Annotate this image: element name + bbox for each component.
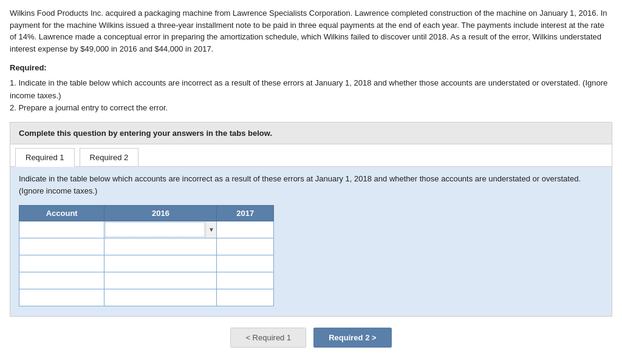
table-row xyxy=(19,272,274,289)
year2016-cell-1: ▼ xyxy=(104,221,217,238)
tab1-description: Indicate in the table below which accoun… xyxy=(19,173,603,197)
tab-required-2[interactable]: Required 2 xyxy=(80,148,139,166)
required-item-2: 2. Prepare a journal entry to correct th… xyxy=(10,102,612,115)
year2016-cell-3 xyxy=(104,255,217,272)
year2017-cell-1 xyxy=(217,221,274,238)
year2017-cell-4 xyxy=(217,272,274,289)
dropdown-cell-1: ▼ xyxy=(104,221,216,238)
year2016-input-4[interactable] xyxy=(104,272,216,289)
account-input-3[interactable] xyxy=(19,255,104,272)
complete-box: Complete this question by entering your … xyxy=(10,122,612,144)
required-section: Required: 1. Indicate in the table below… xyxy=(10,62,612,115)
accounts-table: Account 2016 2017 ▼ xyxy=(19,205,274,306)
required-item-1: 1. Indicate in the table below which acc… xyxy=(10,77,612,103)
year2016-cell-5 xyxy=(104,289,217,306)
year2016-input-1[interactable] xyxy=(105,222,205,237)
year2017-input-3[interactable] xyxy=(217,255,273,272)
year2017-cell-3 xyxy=(217,255,274,272)
prev-button[interactable]: < Required 1 xyxy=(230,328,306,348)
account-input-1[interactable] xyxy=(19,221,104,238)
year2017-input-5[interactable] xyxy=(217,289,273,306)
account-input-2[interactable] xyxy=(19,238,104,255)
year2017-input-4[interactable] xyxy=(217,272,273,289)
year2016-column-header: 2016 xyxy=(104,206,217,221)
year2016-input-3[interactable] xyxy=(104,255,216,272)
account-cell-3 xyxy=(19,255,104,272)
account-column-header: Account xyxy=(19,206,104,221)
complete-box-text: Complete this question by entering your … xyxy=(19,129,272,138)
tab1-content: Indicate in the table below which accoun… xyxy=(10,167,612,316)
account-cell-1 xyxy=(19,221,104,238)
year2017-input-1[interactable] xyxy=(217,221,273,238)
year2017-cell-2 xyxy=(217,238,274,255)
account-cell-4 xyxy=(19,272,104,289)
account-input-4[interactable] xyxy=(19,272,104,289)
dropdown-arrow-1[interactable]: ▼ xyxy=(205,221,216,238)
year2017-input-2[interactable] xyxy=(217,238,273,255)
year2016-cell-2 xyxy=(104,238,217,255)
tabs-container: Required 1 Required 2 Indicate in the ta… xyxy=(10,144,612,317)
year2016-input-5[interactable] xyxy=(104,289,216,306)
intro-paragraph: Wilkins Food Products Inc. acquired a pa… xyxy=(10,7,612,55)
tab-required-1[interactable]: Required 1 xyxy=(15,148,75,167)
account-input-5[interactable] xyxy=(19,289,104,306)
table-row xyxy=(19,255,274,272)
account-cell-2 xyxy=(19,238,104,255)
year2017-column-header: 2017 xyxy=(217,206,274,221)
account-cell-5 xyxy=(19,289,104,306)
required-heading: Required: xyxy=(10,62,612,75)
table-row: ▼ xyxy=(19,221,274,238)
next-button[interactable]: Required 2 > xyxy=(313,328,391,348)
table-row xyxy=(19,289,274,306)
year2016-input-2[interactable] xyxy=(104,238,216,255)
table-row xyxy=(19,238,274,255)
tabs-row: Required 1 Required 2 xyxy=(10,144,612,167)
year2017-cell-5 xyxy=(217,289,274,306)
year2016-cell-4 xyxy=(104,272,217,289)
nav-buttons: < Required 1 Required 2 > xyxy=(10,328,612,348)
